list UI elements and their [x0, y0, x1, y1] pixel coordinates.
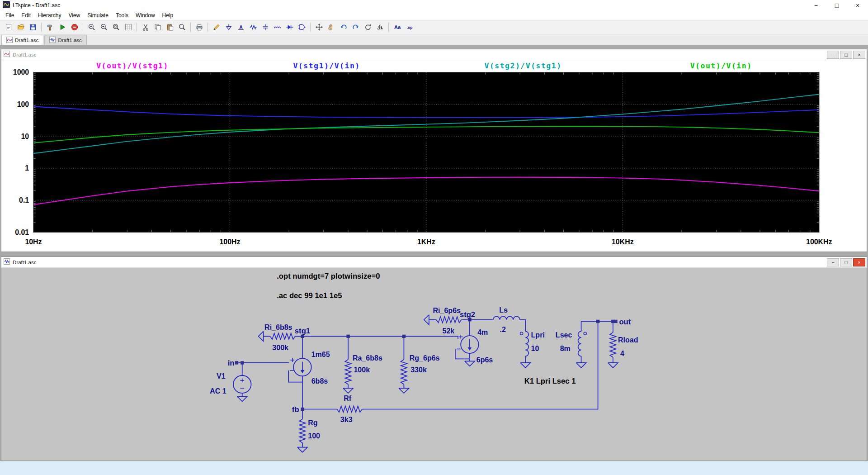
- schematic-text[interactable]: 6b8s: [311, 377, 328, 385]
- new-schematic-button[interactable]: [3, 21, 14, 33]
- schematic-text[interactable]: Rload: [618, 336, 638, 344]
- schematic-text[interactable]: 300k: [272, 344, 288, 352]
- schematic-restore-button[interactable]: □: [840, 258, 852, 266]
- schematic-text[interactable]: 4m: [477, 328, 488, 336]
- waveform-minimize-button[interactable]: −: [827, 51, 839, 59]
- schematic-text[interactable]: in: [228, 359, 235, 367]
- schematic-text[interactable]: stg2: [460, 310, 475, 319]
- undo-button[interactable]: [338, 21, 349, 33]
- schematic-text[interactable]: fb: [292, 405, 299, 414]
- waveform-plot[interactable]: 10001001010.10.0110Hz100Hz1KHz10KHz100KH…: [1, 60, 867, 252]
- y-tick-label[interactable]: 100: [17, 100, 29, 108]
- schematic-text[interactable]: 3k3: [340, 416, 353, 423]
- menu-item-view[interactable]: View: [65, 11, 84, 19]
- zoom-in-button[interactable]: [86, 21, 97, 33]
- ground-button[interactable]: [223, 21, 234, 33]
- schematic-text[interactable]: .opt numdgt=7 plotwinsize=0: [277, 272, 380, 280]
- grid-button[interactable]: [123, 21, 134, 33]
- schematic-text[interactable]: Rg_6p6s: [410, 354, 440, 362]
- schematic-text[interactable]: Ra_6b8s: [353, 354, 382, 362]
- schematic-text[interactable]: Lsec: [556, 331, 572, 339]
- component-button[interactable]: [296, 21, 307, 33]
- schematic-text[interactable]: 10: [531, 345, 539, 352]
- schematic-text[interactable]: 8m: [560, 345, 571, 352]
- schematic-text[interactable]: 4: [620, 350, 624, 357]
- drag-button[interactable]: [326, 21, 337, 33]
- copy-button[interactable]: [152, 21, 163, 33]
- schematic-text[interactable]: 100: [308, 432, 320, 440]
- schematic-text[interactable]: 330k: [410, 366, 427, 374]
- y-tick-label[interactable]: 0.01: [15, 228, 29, 236]
- schematic-close-button[interactable]: ×: [853, 258, 865, 266]
- menu-item-window[interactable]: Window: [132, 11, 159, 19]
- schematic-minimize-button[interactable]: −: [827, 258, 839, 266]
- print-button[interactable]: [193, 21, 205, 33]
- schematic-text[interactable]: stg1: [295, 327, 310, 335]
- tab-draft1-schematic[interactable]: Draft1.asc: [44, 35, 86, 45]
- schematic-text[interactable]: .2: [500, 326, 506, 333]
- move-button[interactable]: [313, 21, 325, 33]
- x-tick-label[interactable]: 1KHz: [417, 238, 435, 246]
- halt-button[interactable]: [69, 21, 80, 33]
- schematic-text[interactable]: 6p6s: [476, 356, 493, 364]
- trace-label[interactable]: V(stg2)/V(stg1): [485, 62, 562, 70]
- y-tick-label[interactable]: 10: [21, 133, 29, 140]
- diode-button[interactable]: [284, 21, 295, 33]
- mirror-button[interactable]: [374, 21, 386, 33]
- trace-label[interactable]: V(stg1)/V(in): [293, 62, 360, 70]
- menu-item-tools[interactable]: Tools: [112, 11, 132, 19]
- y-tick-label[interactable]: 1: [25, 164, 29, 172]
- trace-label[interactable]: V(out)/V(stg1): [96, 62, 169, 70]
- minimize-button[interactable]: −: [806, 0, 826, 11]
- x-tick-label[interactable]: 100KHz: [806, 238, 832, 246]
- schematic-text[interactable]: 100k: [354, 366, 370, 374]
- run-button[interactable]: [57, 21, 68, 33]
- redo-button[interactable]: [350, 21, 361, 33]
- trace-label[interactable]: V(out)/V(in): [690, 62, 752, 70]
- waveform-restore-button[interactable]: □: [840, 51, 852, 59]
- x-tick-label[interactable]: 100Hz: [219, 238, 240, 246]
- schematic-canvas[interactable]: .opt numdgt=7 plotwinsize=0.ac dec 99 1e…: [1, 268, 867, 461]
- schematic-text[interactable]: Lpri: [531, 331, 545, 339]
- find-button[interactable]: [176, 21, 188, 33]
- schematic-text[interactable]: Rg: [308, 419, 317, 427]
- menu-item-help[interactable]: Help: [159, 11, 177, 19]
- tab-draft1-waveform[interactable]: Draft1.asc: [1, 35, 43, 45]
- zoom-out-button[interactable]: [98, 21, 109, 33]
- resistor-button[interactable]: [247, 21, 259, 33]
- open-button[interactable]: [15, 21, 26, 33]
- menu-item-simulate[interactable]: Simulate: [84, 11, 112, 19]
- maximize-button[interactable]: □: [826, 0, 847, 11]
- rotate-button[interactable]: [362, 21, 373, 33]
- schematic-text[interactable]: Ri_6p6s: [433, 307, 461, 314]
- schematic-text[interactable]: .ac dec 99 1e1 1e5: [277, 291, 342, 300]
- net-label-button[interactable]: A: [235, 21, 246, 33]
- schematic-text[interactable]: AC 1: [210, 387, 226, 395]
- x-tick-label[interactable]: 10Hz: [25, 238, 42, 246]
- schematic-text[interactable]: Rf: [344, 394, 352, 402]
- wire-button[interactable]: [211, 21, 222, 33]
- waveform-close-button[interactable]: ×: [853, 51, 865, 59]
- schematic-text[interactable]: 1m65: [311, 351, 330, 358]
- y-tick-label[interactable]: 1000: [13, 68, 29, 76]
- menu-item-edit[interactable]: Edit: [18, 11, 34, 19]
- schematic-text[interactable]: V1: [217, 372, 226, 380]
- paste-button[interactable]: [164, 21, 175, 33]
- text-button[interactable]: Aa: [392, 21, 403, 33]
- zoom-full-button[interactable]: [110, 21, 122, 33]
- save-button[interactable]: [27, 21, 38, 33]
- schematic-text[interactable]: Ls: [499, 306, 508, 314]
- schematic-text[interactable]: 52k: [442, 327, 454, 335]
- control-panel-button[interactable]: [44, 21, 56, 33]
- menu-item-hierarchy[interactable]: Hierarchy: [34, 11, 65, 19]
- schematic-text[interactable]: Ri_6b8s: [264, 323, 292, 331]
- menu-item-file[interactable]: File: [2, 11, 18, 19]
- x-tick-label[interactable]: 10KHz: [612, 238, 634, 246]
- y-tick-label[interactable]: 0.1: [19, 196, 29, 204]
- cut-button[interactable]: [140, 21, 151, 33]
- close-button[interactable]: ×: [847, 0, 868, 11]
- inductor-button[interactable]: [272, 21, 283, 33]
- capacitor-button[interactable]: [259, 21, 271, 33]
- schematic-text[interactable]: out: [619, 318, 631, 326]
- spice-directive-button[interactable]: .op: [404, 21, 415, 33]
